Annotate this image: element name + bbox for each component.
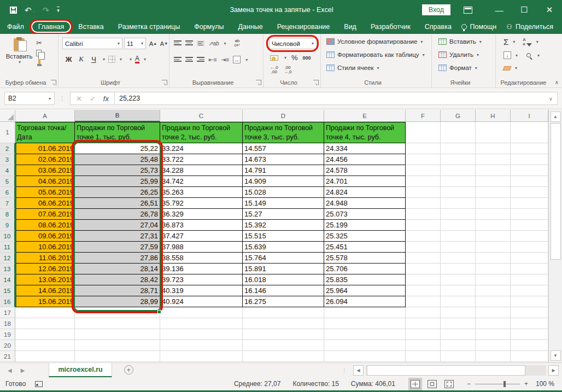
autosum-icon[interactable]: Σ [504, 37, 508, 46]
save-icon[interactable] [10, 7, 17, 14]
enter-icon[interactable]: ✓ [90, 95, 96, 103]
prev-sheet-icon[interactable]: ◀ [8, 367, 12, 373]
cell-F5[interactable] [406, 176, 441, 187]
cell-G1[interactable] [441, 122, 476, 143]
comma-format-icon[interactable]: 000 [303, 55, 311, 61]
cell-C18[interactable] [160, 318, 243, 329]
cell-H14[interactable] [476, 274, 511, 285]
cell-A8[interactable]: 07.06.2019 [15, 209, 75, 220]
normal-view-icon[interactable] [411, 380, 420, 388]
cell-I9[interactable] [511, 220, 548, 231]
cell-B8[interactable]: 26,78 [75, 209, 160, 220]
cell-I15[interactable] [511, 285, 548, 296]
cell-E9[interactable]: 25.199 [324, 220, 406, 231]
cell-A3[interactable]: 02.06.2019 [15, 154, 75, 165]
name-box[interactable]: B2▾ [4, 92, 55, 105]
align-top-icon[interactable] [174, 40, 182, 46]
cell-F2[interactable] [406, 143, 441, 154]
row-header-14[interactable]: 14 [0, 274, 15, 285]
cell-G18[interactable] [441, 318, 476, 329]
cell-G15[interactable] [441, 285, 476, 296]
cell-H15[interactable] [476, 285, 511, 296]
clear-icon[interactable] [503, 66, 512, 71]
page-layout-view-icon[interactable] [428, 380, 437, 388]
cell-B21[interactable] [75, 351, 160, 362]
cell-C8[interactable]: 36.329 [160, 209, 243, 220]
macro-record-icon[interactable] [35, 381, 43, 387]
cell-E13[interactable]: 25.706 [324, 264, 406, 274]
cell-G9[interactable] [441, 220, 476, 231]
conditional-formatting-button[interactable]: Условное форматирование▾ [337, 38, 423, 45]
align-right-icon[interactable] [197, 57, 204, 62]
close-button[interactable]: ✕ [537, 0, 562, 20]
cell-C2[interactable]: 33.224 [160, 143, 243, 154]
cell-C5[interactable]: 34.742 [160, 176, 243, 187]
alignment-dialog-launcher[interactable] [256, 80, 261, 85]
cell-B19[interactable] [75, 329, 160, 340]
cell-A7[interactable]: 06.06.2019 [15, 198, 75, 209]
cell-C12[interactable]: 38.558 [160, 253, 243, 264]
cell-B6[interactable]: 26,25 [75, 187, 160, 198]
cell-E15[interactable]: 25.964 [324, 285, 406, 296]
percent-format-icon[interactable]: % [291, 54, 298, 62]
next-sheet-icon[interactable]: ▶ [21, 367, 25, 373]
cell-B4[interactable]: 25,73 [75, 165, 160, 176]
zoom-out-icon[interactable]: − [467, 380, 471, 388]
cell-I13[interactable] [511, 264, 548, 274]
cell-D16[interactable]: 16.275 [243, 296, 324, 307]
maximize-button[interactable]: ☐ [512, 0, 537, 20]
cell-F20[interactable] [406, 340, 441, 351]
row-header-2[interactable]: 2 [0, 143, 15, 154]
zoom-in-icon[interactable]: + [524, 380, 528, 388]
cell-D3[interactable]: 14.673 [243, 154, 324, 165]
cell-D11[interactable]: 15.639 [243, 242, 324, 253]
cell-H7[interactable] [476, 198, 511, 209]
italic-button[interactable]: К [77, 55, 86, 63]
paste-button[interactable]: Вставить ▾ [5, 38, 33, 65]
add-sheet-icon[interactable]: + [124, 365, 133, 375]
row-header-12[interactable]: 12 [0, 253, 15, 264]
cell-C19[interactable] [160, 329, 243, 340]
cell-B17[interactable] [75, 307, 160, 318]
row-header-17[interactable]: 17 [0, 307, 15, 318]
cell-A20[interactable] [15, 340, 75, 351]
cell-H1[interactable] [476, 122, 511, 143]
row-header-16[interactable]: 16 [0, 296, 15, 307]
cell-E12[interactable]: 25.578 [324, 253, 406, 264]
shrink-font-button[interactable]: А▼ [159, 38, 169, 49]
cell-F16[interactable] [406, 296, 441, 307]
column-header-C[interactable]: C [160, 110, 243, 122]
decrease-decimal-icon[interactable]: ,00 →,0 [284, 66, 292, 75]
cell-B13[interactable]: 28,14 [75, 264, 160, 274]
copy-icon[interactable] [36, 50, 42, 56]
cell-H8[interactable] [476, 209, 511, 220]
cell-H6[interactable] [476, 187, 511, 198]
page-break-view-icon[interactable] [444, 380, 454, 388]
cell-C1[interactable]: Продажи по Торговой точке 2, тыс. руб. [160, 122, 243, 143]
fill-down-icon[interactable]: ↓ [504, 51, 511, 59]
cancel-icon[interactable]: ✕ [76, 95, 82, 103]
row-header-6[interactable]: 6 [0, 187, 15, 198]
cell-D6[interactable]: 15.028 [243, 187, 324, 198]
increase-decimal-icon[interactable]: ←,0 ,00 [270, 66, 278, 75]
cell-H3[interactable] [476, 154, 511, 165]
cell-F1[interactable] [406, 122, 441, 143]
cell-A14[interactable]: 13.06.2019 [15, 274, 75, 285]
cell-B5[interactable]: 25,99 [75, 176, 160, 187]
cell-E16[interactable]: 26.094 [324, 296, 406, 307]
cell-C11[interactable]: 37.988 [160, 242, 243, 253]
row-header-8[interactable]: 8 [0, 209, 15, 220]
sheet-tab-active[interactable]: microexcel.ru [49, 363, 112, 377]
cell-H13[interactable] [476, 264, 511, 274]
cell-F10[interactable] [406, 231, 441, 242]
cell-B2[interactable]: 25,22 [75, 143, 160, 154]
cell-F11[interactable] [406, 242, 441, 253]
cell-B14[interactable]: 28,42 [75, 274, 160, 285]
cell-D18[interactable] [243, 318, 324, 329]
cell-I10[interactable] [511, 231, 548, 242]
cell-I12[interactable] [511, 253, 548, 264]
cell-B7[interactable]: 26,51 [75, 198, 160, 209]
cell-A4[interactable]: 03.06.2019 [15, 165, 75, 176]
cell-H9[interactable] [476, 220, 511, 231]
cell-C6[interactable]: 35.263 [160, 187, 243, 198]
